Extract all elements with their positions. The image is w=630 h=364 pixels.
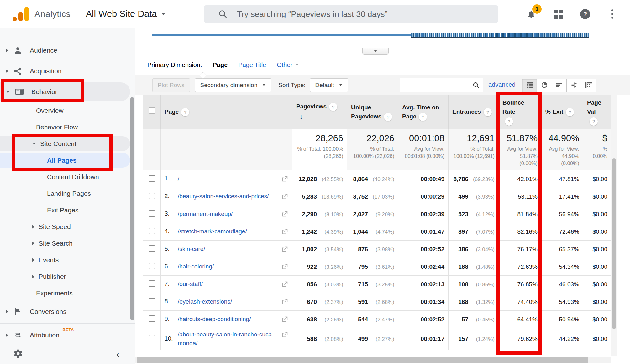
pivot-view-button[interactable] xyxy=(581,79,596,92)
sidebar-item-all-pages[interactable]: All Pages xyxy=(0,152,135,169)
help-icon[interactable]: ? xyxy=(505,117,513,126)
percentage-view-button[interactable] xyxy=(537,79,552,92)
chevron-down-icon[interactable] xyxy=(32,143,36,145)
col-header-avg-time[interactable]: Avg. Time on Page? xyxy=(398,95,449,129)
sidebar-item-events[interactable]: Events xyxy=(0,252,135,268)
help-icon[interactable]: ? xyxy=(419,113,427,121)
col-header-pageviews[interactable]: Pageviews?↓ xyxy=(292,95,347,129)
performance-view-button[interactable] xyxy=(552,79,567,92)
table-search-button[interactable] xyxy=(469,78,483,92)
sidebar-item-acquisition[interactable]: Acquisition xyxy=(0,61,135,81)
open-in-new-icon[interactable] xyxy=(281,211,288,219)
row-checkbox[interactable] xyxy=(143,241,161,258)
open-in-new-icon[interactable] xyxy=(281,246,288,254)
chevron-right-icon[interactable] xyxy=(6,333,8,337)
open-in-new-icon[interactable] xyxy=(281,228,288,237)
dimension-option-page-title[interactable]: Page Title xyxy=(238,61,266,69)
select-all-checkbox[interactable] xyxy=(143,95,161,129)
sidebar-item-audience[interactable]: Audience xyxy=(0,40,135,61)
secondary-dimension-button[interactable]: Secondary dimension xyxy=(195,78,272,92)
sidebar-item-behavior-flow[interactable]: Behavior Flow xyxy=(0,119,135,135)
help-icon[interactable]: ? xyxy=(484,108,492,116)
open-in-new-icon[interactable] xyxy=(281,281,288,289)
apps-button[interactable] xyxy=(553,9,564,19)
chevron-right-icon[interactable] xyxy=(6,49,8,52)
analytics-logo-icon[interactable] xyxy=(13,7,29,21)
sidebar-item-site-content[interactable]: Site Content xyxy=(0,135,135,152)
account-caret-icon[interactable] xyxy=(161,13,165,15)
chevron-right-icon[interactable] xyxy=(6,69,8,73)
sidebar-item-content-drilldown[interactable]: Content Drilldown xyxy=(0,169,135,185)
page-link[interactable]: /haircuts-deep-conditioning/ xyxy=(178,315,251,324)
advanced-filter-link[interactable]: advanced xyxy=(488,81,516,88)
scrollbar-thumb[interactable] xyxy=(612,158,616,329)
page-link[interactable]: /skin-care/ xyxy=(178,245,205,253)
dimension-option-other[interactable]: Other xyxy=(277,61,299,69)
chevron-right-icon[interactable] xyxy=(32,242,34,245)
page-link[interactable]: /stretch-mark-camouflage/ xyxy=(178,227,247,236)
row-checkbox[interactable] xyxy=(143,188,161,205)
sidebar-item-landing-pages[interactable]: Landing Pages xyxy=(0,185,135,202)
data-table-view-button[interactable] xyxy=(522,79,537,92)
row-checkbox[interactable] xyxy=(143,170,161,188)
open-in-new-icon[interactable] xyxy=(281,193,288,201)
col-header-bounce-rate[interactable]: Bounce Rate? xyxy=(499,95,542,129)
table-search-input[interactable] xyxy=(400,78,469,92)
chevron-right-icon[interactable] xyxy=(6,310,8,313)
notifications-button[interactable]: 1 xyxy=(526,9,537,19)
row-checkbox[interactable] xyxy=(143,223,161,241)
open-in-new-icon[interactable] xyxy=(281,316,288,324)
gear-icon[interactable] xyxy=(13,349,23,359)
more-menu-button[interactable] xyxy=(607,9,617,19)
col-header-exit[interactable]: % Exit? xyxy=(542,95,583,129)
col-header-page[interactable]: Page? xyxy=(161,95,292,129)
sidebar-item-site-search[interactable]: Site Search xyxy=(0,235,135,252)
row-checkbox[interactable] xyxy=(143,311,161,328)
row-checkbox[interactable] xyxy=(143,258,161,276)
table-horizontal-scrollbar[interactable] xyxy=(135,357,611,363)
help-button[interactable]: ? xyxy=(580,9,591,19)
help-icon[interactable]: ? xyxy=(566,108,574,116)
collapse-sidebar-button[interactable]: ‹ xyxy=(116,348,120,359)
page-link[interactable]: /hair-coloring/ xyxy=(178,262,214,271)
col-header-page-value[interactable]: Page Val? xyxy=(583,95,612,129)
plot-rows-button[interactable]: Plot Rows xyxy=(152,78,190,92)
row-checkbox[interactable] xyxy=(143,293,161,311)
page-link[interactable]: /eyelash-extensions/ xyxy=(178,297,232,306)
col-header-unique-pageviews[interactable]: Unique Pageviews? xyxy=(347,95,398,129)
sidebar-item-exit-pages[interactable]: Exit Pages xyxy=(0,202,135,218)
chevron-right-icon[interactable] xyxy=(32,225,34,228)
row-checkbox[interactable] xyxy=(143,205,161,223)
sidebar-item-publisher[interactable]: Publisher xyxy=(0,268,135,285)
help-icon[interactable]: ? xyxy=(181,108,189,116)
row-checkbox[interactable] xyxy=(143,328,161,350)
open-in-new-icon[interactable] xyxy=(281,263,288,272)
scrollbar-thumb[interactable] xyxy=(137,357,588,363)
dimension-option-page[interactable]: Page xyxy=(213,61,228,69)
chevron-right-icon[interactable] xyxy=(32,275,34,278)
sidebar-item-experiments[interactable]: Experiments xyxy=(0,285,135,301)
page-link[interactable]: /about-beauty-salon-in-rancho-cucamonga/ xyxy=(178,330,274,347)
table-vertical-scrollbar[interactable] xyxy=(611,95,617,356)
comparison-view-button[interactable] xyxy=(566,79,581,92)
global-search-input[interactable]: Try searching “Pageviews in last 30 days… xyxy=(204,5,498,23)
sidebar-item-overview[interactable]: Overview xyxy=(0,102,135,119)
page-link[interactable]: / xyxy=(178,174,179,183)
sidebar-item-behavior[interactable]: Behavior xyxy=(0,81,135,102)
open-in-new-icon[interactable] xyxy=(281,298,288,307)
chart-collapse-tab[interactable] xyxy=(362,48,389,55)
sidebar-scrollbar[interactable] xyxy=(130,97,134,320)
sidebar-item-site-speed[interactable]: Site Speed xyxy=(0,218,135,235)
account-selector[interactable]: All Web Site Data xyxy=(86,9,157,19)
page-link[interactable]: /our-staff/ xyxy=(178,280,203,289)
row-checkbox[interactable] xyxy=(143,276,161,293)
open-in-new-icon[interactable] xyxy=(281,175,288,184)
chevron-down-icon[interactable] xyxy=(6,91,9,93)
chevron-right-icon[interactable] xyxy=(32,258,34,262)
sort-type-select[interactable]: Default xyxy=(310,78,348,92)
col-header-entrances[interactable]: Entrances? xyxy=(449,95,499,129)
help-icon[interactable]: ? xyxy=(329,103,337,111)
page-link[interactable]: /beauty-salon-services-and-prices/ xyxy=(178,192,269,201)
help-icon[interactable]: ? xyxy=(590,117,598,126)
help-icon[interactable]: ? xyxy=(384,113,392,121)
